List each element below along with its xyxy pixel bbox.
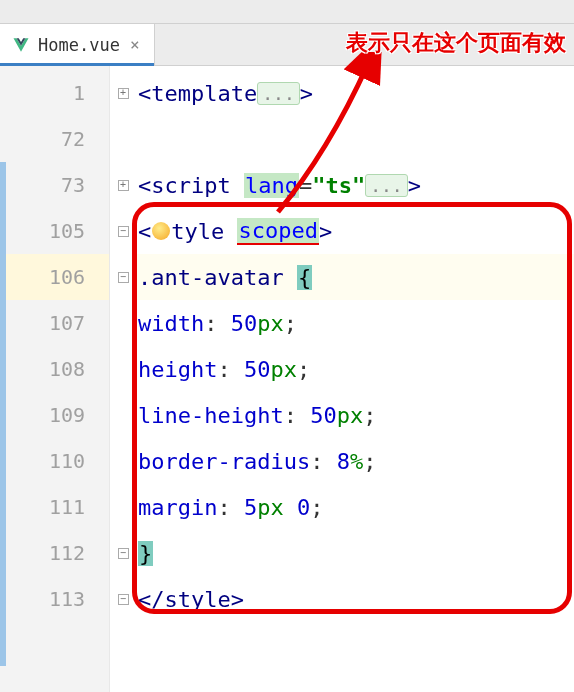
fold-gutter: + + − − − − — [110, 66, 136, 692]
code-line: <script lang="ts"...> — [136, 162, 574, 208]
fold-spacer — [110, 300, 136, 346]
tab-label: Home.vue — [38, 35, 120, 55]
fold-collapse-icon[interactable]: − — [110, 576, 136, 622]
lightbulb-icon[interactable] — [152, 222, 170, 240]
fold-spacer — [110, 438, 136, 484]
line-gutter: 1 72 73 105 106 107 108 109 110 111 112 … — [0, 66, 110, 692]
line-number: 106 — [0, 254, 109, 300]
fold-expand-icon[interactable]: + — [110, 70, 136, 116]
annotation-text: 表示只在这个页面有效 — [346, 28, 566, 58]
vue-icon — [12, 36, 30, 54]
top-bar — [0, 0, 574, 24]
code-line: width: 50px; — [136, 300, 574, 346]
fold-collapse-icon[interactable]: − — [110, 208, 136, 254]
line-number: 109 — [0, 392, 109, 438]
line-number: 112 — [0, 530, 109, 576]
code-line: } — [136, 530, 574, 576]
code-line: margin: 5px 0; — [136, 484, 574, 530]
fold-spacer — [110, 346, 136, 392]
code-line: <template...> — [136, 70, 574, 116]
code-line: </style> — [136, 576, 574, 622]
line-number: 111 — [0, 484, 109, 530]
line-number: 113 — [0, 576, 109, 622]
code-line: border-radius: 8%; — [136, 438, 574, 484]
fold-expand-icon[interactable]: + — [110, 162, 136, 208]
fold-spacer — [110, 392, 136, 438]
code-line: <tyle scoped> — [136, 208, 574, 254]
code-area[interactable]: <template...> <script lang="ts"...> <tyl… — [136, 66, 574, 692]
fold-spacer — [110, 484, 136, 530]
folded-region[interactable]: ... — [365, 174, 408, 197]
line-number: 1 — [0, 70, 109, 116]
line-number: 72 — [0, 116, 109, 162]
fold-collapse-icon[interactable]: − — [110, 254, 136, 300]
tab-home-vue[interactable]: Home.vue × — [0, 24, 155, 65]
fold-spacer — [110, 116, 136, 162]
line-number: 110 — [0, 438, 109, 484]
line-number: 105 — [0, 208, 109, 254]
code-line: line-height: 50px; — [136, 392, 574, 438]
line-number: 108 — [0, 346, 109, 392]
folded-region[interactable]: ... — [257, 82, 300, 105]
code-line: .ant-avatar { — [136, 254, 574, 300]
close-icon[interactable]: × — [128, 35, 142, 54]
fold-collapse-icon[interactable]: − — [110, 530, 136, 576]
editor: 1 72 73 105 106 107 108 109 110 111 112 … — [0, 66, 574, 692]
code-line: height: 50px; — [136, 346, 574, 392]
code-line — [136, 116, 574, 162]
line-number: 73 — [0, 162, 109, 208]
line-number: 107 — [0, 300, 109, 346]
change-bar — [0, 162, 6, 666]
